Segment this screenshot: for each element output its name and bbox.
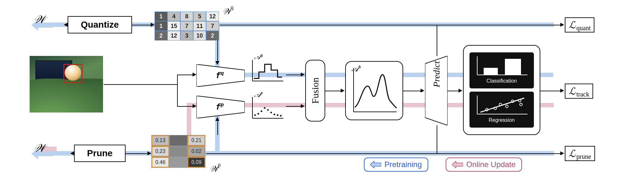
arrow <box>177 106 193 107</box>
matrix-wp: 0.13 0.21 0.23 0.02 0.46 0.09 <box>151 135 205 168</box>
arrow <box>132 25 151 25</box>
loss-quant: ℒquant <box>565 17 594 32</box>
arrowhead <box>147 151 151 155</box>
arrow <box>286 106 301 107</box>
arrowhead <box>215 61 219 65</box>
quantize-label: Quantize <box>81 20 119 30</box>
label-wq: 𝒲q <box>222 6 233 16</box>
arrow <box>217 120 218 135</box>
legend-online: Online Update <box>446 158 522 172</box>
arrowhead <box>193 73 196 76</box>
arrowhead <box>341 89 345 93</box>
arrowhead <box>215 117 219 121</box>
symbol-w-bottom: 𝒲 <box>33 142 44 155</box>
svg-point-13 <box>267 109 269 111</box>
arrowhead <box>421 89 424 93</box>
arrow <box>286 75 301 75</box>
activation-q <box>250 58 285 85</box>
output-panel: Classification Regression <box>463 45 540 135</box>
arrowhead <box>193 104 196 108</box>
fusion-label: Fusion <box>310 77 321 104</box>
arrowhead <box>151 23 155 27</box>
bounding-box <box>63 64 82 83</box>
svg-point-16 <box>277 114 279 116</box>
svg-line-27 <box>480 98 524 112</box>
arrowhead <box>301 104 305 108</box>
prune-box: Prune <box>74 145 126 162</box>
arrowhead <box>459 89 462 93</box>
arrow <box>177 75 178 107</box>
arrowhead <box>301 73 305 76</box>
fusion-box: Fusion <box>305 60 325 122</box>
label-ah: 𝒜h <box>352 64 361 73</box>
label-aq: 𝒜q <box>254 53 263 61</box>
arrow <box>403 91 421 91</box>
loss-track: ℒtrack <box>565 84 593 99</box>
classification-panel: Classification <box>469 52 534 88</box>
label-ap: 𝒜p <box>254 91 263 99</box>
arrow <box>217 40 218 62</box>
legend-online-label: Online Update <box>466 160 516 169</box>
arrow <box>206 153 561 154</box>
svg-point-14 <box>270 112 272 113</box>
svg-marker-35 <box>370 161 381 168</box>
arrow <box>104 84 178 85</box>
arrowhead <box>560 89 564 93</box>
quantize-box: Quantize <box>68 16 132 33</box>
label-fp: fp <box>216 102 224 112</box>
svg-rect-24 <box>505 59 521 75</box>
arrowhead <box>64 23 68 27</box>
svg-point-34 <box>520 103 522 106</box>
svg-point-10 <box>258 113 259 115</box>
arrow <box>325 91 341 91</box>
arrow <box>540 91 561 91</box>
label-fq: fq <box>216 71 224 81</box>
arrow <box>437 25 437 56</box>
matrix-wq: 1 4 8 5 12 1 15 7 11 7 2 12 3 10 2 <box>155 12 219 40</box>
svg-rect-23 <box>484 68 498 75</box>
arrow-left-icon <box>370 161 381 168</box>
symbol-w-top: 𝒲 <box>33 14 44 26</box>
arrowhead <box>70 151 74 155</box>
svg-point-31 <box>506 105 508 108</box>
arrow-left-icon <box>452 161 463 168</box>
predict-label: Predict <box>431 61 442 88</box>
arrow <box>220 25 561 25</box>
svg-point-15 <box>274 114 275 115</box>
arrow <box>437 125 437 154</box>
activation-p <box>250 95 285 122</box>
svg-marker-36 <box>452 161 463 168</box>
arrowhead <box>560 23 564 27</box>
regression-panel: Regression <box>469 92 534 128</box>
arrow <box>448 91 459 91</box>
prune-label: Prune <box>87 148 112 158</box>
legend-pretraining-label: Pretraining <box>384 160 422 169</box>
svg-point-12 <box>264 107 266 109</box>
label-wp: 𝒲p <box>209 164 220 174</box>
svg-point-11 <box>261 111 262 112</box>
svg-point-9 <box>254 114 256 116</box>
legend-pretraining: Pretraining <box>364 158 428 172</box>
svg-point-17 <box>280 115 282 117</box>
arrow <box>177 75 193 75</box>
regression-label: Regression <box>489 117 515 123</box>
input-image <box>29 55 104 113</box>
loss-prune: ℒprune <box>565 146 595 161</box>
classification-label: Classification <box>487 78 517 84</box>
arrow <box>126 153 148 154</box>
arrowhead <box>560 151 564 155</box>
